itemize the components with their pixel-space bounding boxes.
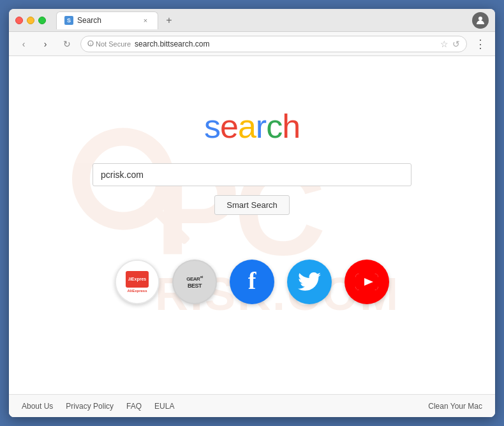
new-tab-button[interactable]: + <box>161 12 177 29</box>
quick-link-gearbest[interactable]: GEARst BEST <box>172 260 217 304</box>
logo-letter-e: e <box>220 108 238 145</box>
quick-links: AliExpress AliExpress GEARst BEST <box>115 260 389 304</box>
logo-letter-r: r <box>256 108 266 145</box>
close-window-button[interactable] <box>15 17 23 24</box>
tab-close-button[interactable]: × <box>141 16 150 25</box>
url-text: search.bittsearch.com <box>135 40 209 48</box>
traffic-lights <box>15 17 46 24</box>
svg-text:AliExpress: AliExpress <box>128 277 146 282</box>
browser-window: S Search × + ‹ › ↻ i Not Secure <box>9 9 495 417</box>
page-footer: About Us Privacy Policy FAQ EULA Clean Y… <box>9 394 495 417</box>
title-bar: S Search × + <box>9 9 495 32</box>
page-content: PC RISK.COM search Smart Search <box>9 56 495 417</box>
quick-link-youtube[interactable] <box>345 260 389 304</box>
address-bar[interactable]: i Not Secure search.bittsearch.com ☆ ↺ <box>80 36 467 52</box>
footer-links: About Us Privacy Policy FAQ EULA <box>22 402 174 411</box>
reload-icon[interactable]: ↺ <box>452 39 460 49</box>
forward-button[interactable]: › <box>37 36 54 52</box>
bookmark-icon[interactable]: ☆ <box>440 39 448 49</box>
browser-tab[interactable]: S Search × <box>56 11 158 29</box>
logo-letter-c: c <box>266 108 282 145</box>
footer-eula[interactable]: EULA <box>154 402 174 411</box>
more-options-button[interactable]: ⋮ <box>472 37 489 51</box>
smart-search-button[interactable]: Smart Search <box>214 195 289 215</box>
footer-privacy-policy[interactable]: Privacy Policy <box>66 402 114 411</box>
minimize-window-button[interactable] <box>27 17 34 24</box>
security-indicator: i Not Secure <box>87 40 131 48</box>
quick-link-aliexpress[interactable]: AliExpress AliExpress <box>115 260 159 304</box>
quick-link-facebook[interactable]: f <box>230 260 274 304</box>
tab-area: S Search × + <box>56 11 467 29</box>
reload-button[interactable]: ↻ <box>59 36 75 52</box>
navigation-bar: ‹ › ↻ i Not Secure search.bittsearch.com… <box>9 32 495 56</box>
logo-letter-a: a <box>238 108 256 145</box>
tab-favicon: S <box>64 16 73 25</box>
back-button[interactable]: ‹ <box>15 36 32 52</box>
logo-letter-s: s <box>204 108 220 145</box>
quick-link-twitter[interactable] <box>287 260 332 304</box>
search-input[interactable] <box>93 163 411 186</box>
search-logo: search <box>204 107 300 145</box>
profile-icon[interactable] <box>472 12 489 29</box>
search-main: search Smart Search <box>9 107 495 215</box>
search-box-container: Smart Search <box>93 163 411 215</box>
address-bar-actions: ☆ ↺ <box>440 39 460 49</box>
svg-point-0 <box>478 17 482 20</box>
tab-title: Search <box>77 16 101 25</box>
footer-about-us[interactable]: About Us <box>22 402 53 411</box>
footer-right-text: Clean Your Mac <box>428 402 482 411</box>
maximize-window-button[interactable] <box>38 17 46 24</box>
footer-faq[interactable]: FAQ <box>126 402 142 411</box>
logo-letter-h: h <box>282 108 300 145</box>
